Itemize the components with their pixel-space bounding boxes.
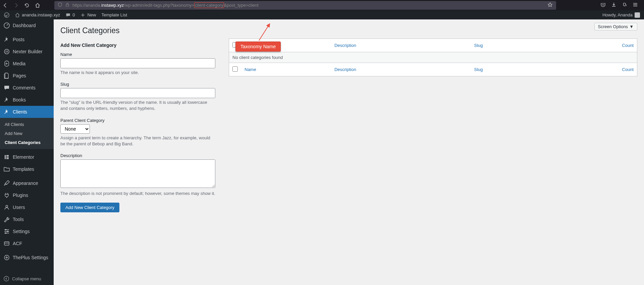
sidebar-item-users[interactable]: Users [0, 201, 54, 213]
svg-rect-5 [6, 155, 9, 156]
add-term-form: Add New Client Category Name The name is… [60, 39, 215, 212]
pin-icon [3, 36, 10, 43]
slug-desc: The "slug" is the URL-friendly version o… [60, 99, 215, 112]
sidebar-item-clients[interactable]: Clients [0, 106, 54, 118]
sidebar-item-comments[interactable]: Comments [0, 82, 54, 94]
name-desc: The name is how it appears on your site. [60, 70, 215, 76]
sidebar-item-dashboard[interactable]: Dashboard [0, 19, 54, 31]
svg-point-9 [5, 229, 6, 230]
site-link[interactable]: ananda.instawp.xyz [15, 12, 60, 18]
pocket-icon[interactable] [600, 2, 606, 9]
sidebar-submenu-clients: All Clients Add New Client Categories [0, 118, 54, 149]
svg-rect-4 [5, 155, 6, 159]
sliders-icon [3, 228, 10, 235]
acf-icon [3, 240, 10, 247]
svg-point-11 [5, 232, 6, 234]
svg-rect-0 [66, 4, 69, 6]
submenu-add-new[interactable]: Add New [0, 129, 54, 138]
template-list-link[interactable]: Template List [101, 12, 127, 17]
wp-adminbar: ananda.instawp.xyz 0 New Template List H… [0, 10, 644, 19]
home-button[interactable] [35, 3, 40, 8]
svg-rect-7 [6, 158, 9, 159]
svg-rect-12 [4, 242, 9, 245]
downloads-icon[interactable] [611, 2, 616, 9]
description-desc: The description is not prominent by defa… [60, 191, 215, 197]
comment-icon [3, 84, 10, 91]
new-link[interactable]: New [80, 12, 96, 18]
media-icon [3, 60, 10, 67]
sidebar-item-templates[interactable]: Templates [0, 163, 54, 175]
select-all-bottom[interactable] [232, 66, 238, 72]
svg-point-3 [4, 49, 9, 54]
sidebar-item-settings[interactable]: Settings [0, 225, 54, 237]
address-bar[interactable]: https://ananda.instawp.xyz/wp-admin/edit… [54, 1, 556, 10]
submenu-all-clients[interactable]: All Clients [0, 120, 54, 129]
howdy-link[interactable]: Howdy, Ananda [602, 12, 640, 18]
comments-link[interactable]: 0 [65, 12, 75, 18]
reload-button[interactable] [24, 3, 30, 8]
plug-icon [3, 192, 10, 199]
submit-button[interactable]: Add New Client Category [60, 203, 119, 212]
sidebar-item-elementor[interactable]: Elementor [0, 151, 54, 163]
nexter-icon [3, 48, 10, 55]
name-label: Name [60, 52, 215, 57]
col-description-header[interactable]: Description [334, 43, 356, 48]
elementor-icon [3, 154, 10, 160]
svg-rect-6 [6, 157, 9, 158]
sidebar-item-books[interactable]: Books [0, 94, 54, 106]
sidebar-item-posts[interactable]: Posts [0, 33, 54, 46]
col-description-footer[interactable]: Description [334, 67, 356, 72]
parent-select[interactable]: None [60, 124, 90, 134]
wrench-icon [3, 216, 10, 223]
user-icon [3, 204, 10, 211]
menu-icon[interactable] [633, 2, 638, 9]
col-slug-footer[interactable]: Slug [474, 67, 483, 72]
col-count-footer[interactable]: Count [622, 67, 634, 72]
sidebar-item-nexter[interactable]: Nexter Builder [0, 46, 54, 58]
shield-icon [58, 2, 62, 8]
sidebar-item-media[interactable]: Media [0, 58, 54, 70]
folder-icon [3, 166, 10, 172]
col-count-header[interactable]: Count [622, 43, 634, 48]
chevron-down-icon: ▼ [629, 24, 634, 29]
svg-point-10 [7, 231, 8, 232]
forward-button[interactable] [13, 3, 19, 8]
col-slug-header[interactable]: Slug [474, 43, 483, 48]
pin-icon [3, 109, 10, 115]
name-input[interactable] [60, 58, 215, 68]
lock-icon [65, 2, 70, 8]
svg-point-14 [4, 276, 9, 281]
wp-logo[interactable] [4, 12, 9, 18]
main-content: Screen Options ▼ Taxonomy Name Client Ca… [54, 19, 644, 285]
sidebar-item-pages[interactable]: Pages [0, 70, 54, 82]
sidebar-item-theplus[interactable]: ThePlus Settings [0, 252, 54, 264]
bookmark-icon[interactable] [547, 2, 553, 9]
page-title: Client Categories [60, 19, 637, 39]
description-label: Description [60, 153, 215, 158]
page-icon [3, 72, 10, 79]
back-button[interactable] [3, 3, 8, 8]
collapse-menu[interactable]: Collapse menu [0, 272, 54, 285]
screen-options-button[interactable]: Screen Options ▼ [594, 23, 637, 30]
slug-label: Slug [60, 82, 215, 87]
admin-sidebar: Dashboard Posts Nexter Builder Media Pag… [0, 19, 54, 285]
table-empty-row: No client categories found [229, 52, 637, 63]
terms-table: Name Description Slug Count No client ca… [229, 39, 637, 76]
parent-label: Parent Client Category [60, 118, 215, 123]
sidebar-item-appearance[interactable]: Appearance [0, 177, 54, 189]
sidebar-item-plugins[interactable]: Plugins [0, 189, 54, 201]
sidebar-item-acf[interactable]: ACF [0, 237, 54, 250]
extensions-icon[interactable] [622, 2, 627, 9]
description-textarea[interactable] [60, 159, 215, 188]
pin-icon [3, 96, 10, 103]
annotation-callout: Taxonomy Name [235, 42, 281, 52]
annotation-arrow-icon [256, 22, 272, 42]
submenu-client-categories[interactable]: Client Categories [0, 138, 54, 147]
annotation-label: Taxonomy Name [235, 42, 281, 52]
brush-icon [3, 180, 10, 187]
col-name-footer[interactable]: Name [245, 67, 256, 72]
dashboard-icon [3, 22, 10, 29]
sidebar-item-tools[interactable]: Tools [0, 213, 54, 225]
slug-input[interactable] [60, 88, 215, 98]
url-text: https://ananda.instawp.xyz/wp-admin/edit… [72, 3, 259, 8]
